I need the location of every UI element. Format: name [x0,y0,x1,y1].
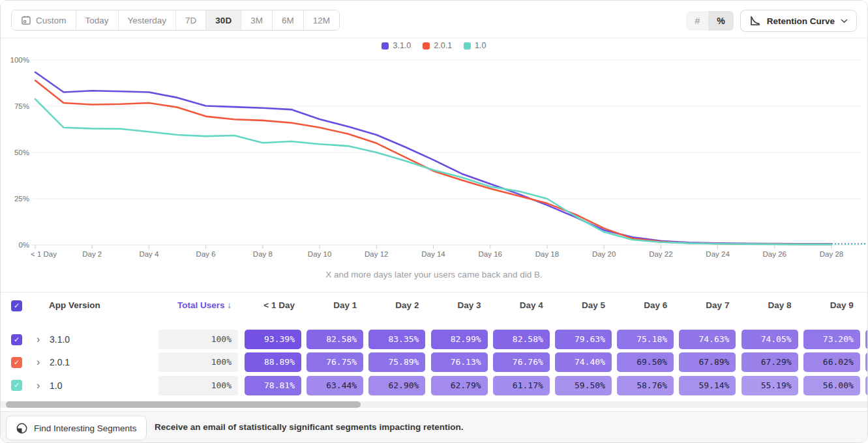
table-header: ✓ App Version Total Users ↓ < 1 DayDay 1… [1,292,867,319]
chart-type-label: Retention Curve [767,16,835,26]
retention-cell: 76.75% [307,352,363,372]
retention-cell: 78.81% [245,376,301,395]
svg-text:Day 26: Day 26 [763,250,786,258]
retention-cell: 83.35% [368,330,425,349]
retention-cell: 59.14% [679,376,736,395]
row-expand-chevron[interactable]: › [37,376,40,395]
column-day-1[interactable]: Day 1 [307,293,363,319]
horizontal-scrollbar-thumb[interactable] [6,401,361,408]
column-day-2[interactable]: Day 2 [368,293,425,319]
svg-text:Day 12: Day 12 [365,250,388,258]
find-interesting-segments-button[interactable]: Find Interesting Segments [6,416,147,440]
retention-cell: 79.63% [555,330,612,349]
range-button-today[interactable]: Today [76,10,119,30]
row-checkbox-3.1.0[interactable]: ✓ [11,334,22,345]
legend-item-2.0.1[interactable]: 2.0.1 [423,41,452,50]
retention-cell: 76.13% [431,352,488,372]
select-all-checkbox[interactable]: ✓ [11,300,22,311]
chart-type-dropdown[interactable]: Retention Curve [740,10,857,32]
range-button-3m[interactable]: 3M [241,10,273,30]
retention-cell: 67.29% [741,352,798,372]
retention-cell: 59.50% [555,376,612,395]
legend-swatch [464,42,471,50]
column-day-8[interactable]: Day 8 [741,293,798,319]
range-button-label: Yesterday [128,16,167,25]
legend-item-1.0[interactable]: 1.0 [464,41,486,50]
svg-text:Day 4: Day 4 [139,250,159,258]
row-expand-chevron[interactable]: › [37,352,40,372]
retention-cell: 61.17% [493,376,550,395]
svg-text:Day 10: Day 10 [308,250,331,258]
range-button-custom[interactable]: Custom [12,10,76,30]
retention-cell: 74.05% [741,330,798,349]
number-toggle-button[interactable]: # [686,11,708,31]
range-button-30d[interactable]: 30D [206,10,241,30]
svg-text:100%: 100% [10,56,29,64]
retention-cell: 88.89% [245,352,301,372]
toolbar: CustomTodayYesterday7D30D3M6M12M # % Ret… [1,1,867,38]
chart-caption: X and more days later your users came ba… [1,270,867,279]
retention-cell: 93.39% [245,330,301,349]
svg-text:< 1 Day: < 1 Day [31,250,57,258]
total-users-cell: 100% [158,330,238,349]
range-button-6m[interactable]: 6M [273,10,304,30]
retention-cell: 55.19% [741,376,798,395]
svg-text:75%: 75% [14,102,29,110]
retention-cell: 67.89% [679,352,736,372]
column-day-9[interactable]: Day 9 [803,293,860,319]
svg-text:Day 18: Day 18 [535,250,559,258]
range-button-label: 30D [215,16,232,25]
column-total-users[interactable]: Total Users ↓ [151,293,238,319]
range-button-12m[interactable]: 12M [304,10,339,30]
retention-cell: 74.40% [555,352,612,372]
svg-text:Day 28: Day 28 [820,250,843,258]
row-expand-chevron[interactable]: › [37,330,40,349]
count-percent-toggle: # % [686,11,733,31]
row-checkbox-2.0.1[interactable]: ✓ [11,357,22,368]
column-day-4[interactable]: Day 4 [493,293,550,319]
segments-pie-icon [16,422,28,435]
find-interesting-segments-label: Find Interesting Segments [34,423,137,433]
app-version-label: 1.0 [50,376,62,395]
svg-text:Day 14: Day 14 [421,250,445,258]
retention-cell-clipped [865,376,868,395]
column-day-3[interactable]: Day 3 [431,293,488,319]
row-checkbox-1.0[interactable]: ✓ [11,380,22,391]
retention-cell: 82.99% [431,330,488,349]
retention-cell: 82.58% [307,330,363,349]
column-day-6[interactable]: Day 6 [617,293,674,319]
retention-cell: 62.90% [368,376,425,395]
retention-cell: 58.76% [617,376,674,395]
percent-toggle-button[interactable]: % [708,11,733,31]
retention-cell: 62.79% [431,376,488,395]
column-day-7[interactable]: Day 7 [679,293,736,319]
footer-bar: Find Interesting Segments Receive an ema… [1,411,867,443]
svg-text:Day 22: Day 22 [649,250,672,258]
range-button-label: Custom [36,16,67,25]
column-app-version: App Version [49,293,100,319]
range-button-7d[interactable]: 7D [176,10,206,30]
retention-cell: 74.63% [679,330,736,349]
column-1-day[interactable]: < 1 Day [245,293,301,319]
range-button-yesterday[interactable]: Yesterday [119,10,177,30]
retention-curve-icon [749,15,761,27]
svg-text:25%: 25% [14,195,29,203]
range-button-label: 7D [185,16,196,25]
column-day-5[interactable]: Day 5 [555,293,612,319]
app-version-label: 2.0.1 [50,352,70,372]
date-range-group: CustomTodayYesterday7D30D3M6M12M [11,10,340,31]
svg-text:Day 16: Day 16 [478,250,501,258]
retention-cell: 63.44% [307,376,363,395]
range-button-label: Today [85,16,109,25]
legend-label: 1.0 [475,41,486,50]
app-version-label: 3.1.0 [50,330,70,349]
retention-cell: 69.50% [617,352,674,372]
retention-cell: 76.76% [493,352,550,372]
legend-label: 2.0.1 [434,41,452,50]
svg-text:Day 24: Day 24 [706,250,730,258]
legend-item-3.1.0[interactable]: 3.1.0 [382,41,411,50]
retention-cell: 73.20% [803,330,860,349]
svg-text:Day 2: Day 2 [82,250,102,258]
legend-swatch [423,42,430,50]
svg-text:Day 8: Day 8 [253,250,273,258]
